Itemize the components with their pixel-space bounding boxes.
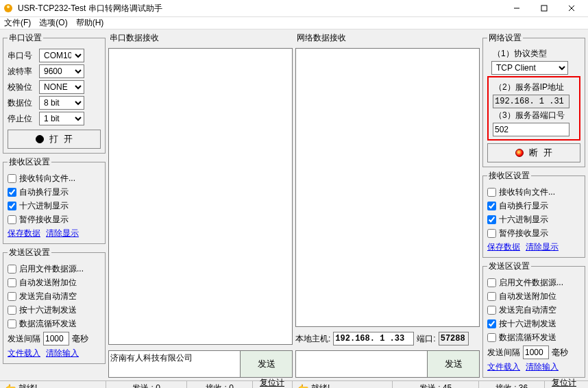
- serial-recv-header: 串口数据接收: [108, 32, 293, 44]
- send-loop-check[interactable]: 数据流循环发送: [8, 318, 101, 330]
- parity-label: 校验位: [8, 82, 36, 93]
- serial-recv-area[interactable]: [108, 48, 293, 345]
- send-hex-check[interactable]: 按十六进制发送: [8, 304, 101, 316]
- serial-send-input[interactable]: 济南有人科技有限公司: [108, 350, 241, 378]
- send-load-link[interactable]: 文件载入: [8, 348, 40, 359]
- databits-label: 数据位: [8, 97, 36, 109]
- stopbits-select[interactable]: 1 bit: [39, 112, 84, 125]
- serial-settings-legend: 串口设置: [8, 32, 43, 44]
- recv-wrap-check[interactable]: 自动换行显示: [8, 186, 101, 198]
- status-recv-l: 接收 : 0: [206, 383, 234, 388]
- status-ready-l: 就绪!: [19, 383, 37, 388]
- send-file-check-r[interactable]: 启用文件数据源...: [487, 277, 580, 289]
- stopbits-label: 停止位: [8, 113, 36, 125]
- minimize-button[interactable]: [503, 0, 530, 16]
- svg-point-1: [7, 5, 10, 8]
- send-interval-input[interactable]: [43, 332, 69, 345]
- recv-pause-check[interactable]: 暂停接收显示: [8, 214, 101, 226]
- send-autoextra-check-r[interactable]: 自动发送附加位: [487, 291, 580, 302]
- titlebar: USR-TCP232-Test 串口转网络调试助手: [0, 0, 588, 17]
- port-select[interactable]: COM10: [39, 49, 84, 62]
- recv-hex-check-r[interactable]: 十六进制显示: [487, 214, 580, 226]
- recv-redirect-check[interactable]: 接收转向文件...: [8, 173, 101, 184]
- recv-hex-check[interactable]: 十六进制显示: [8, 200, 101, 212]
- highlighted-server-settings: （2）服务器IP地址 （3）服务器端口号: [487, 76, 580, 141]
- host-label: 本地主机:: [295, 333, 330, 345]
- baud-select[interactable]: 9600: [39, 64, 84, 78]
- recv-clear-link[interactable]: 清除显示: [46, 228, 79, 239]
- send-file-check[interactable]: 启用文件数据源...: [8, 263, 101, 275]
- server-ip-input[interactable]: [493, 95, 569, 108]
- server-port-label: （3）服务器端口号: [494, 110, 579, 121]
- proto-label: （1）协议类型: [493, 48, 580, 60]
- status-send-r: 发送 : 45: [419, 383, 452, 388]
- status-dot-icon: [36, 135, 44, 143]
- maximize-button[interactable]: [530, 0, 558, 16]
- statusbar: 👉就绪! 发送 : 0 接收 : 0 复位计数 👉就绪! 发送 : 45 接收 …: [0, 380, 588, 388]
- status-ready-r: 就绪!: [311, 383, 330, 388]
- net-settings-group: 网络设置 （1）协议类型 TCP Client （2）服务器IP地址 （3）服务…: [482, 32, 585, 167]
- send-clear-link[interactable]: 清除输入: [46, 348, 79, 359]
- app-icon: [3, 3, 14, 14]
- proto-select[interactable]: TCP Client: [491, 61, 568, 75]
- status-dot-red-icon: [515, 149, 524, 157]
- hand-icon: 👉: [4, 383, 16, 389]
- hand-icon-r: 👉: [297, 383, 308, 389]
- parity-select[interactable]: NONE: [39, 80, 84, 94]
- host-port-input: [439, 332, 469, 345]
- svg-rect-3: [541, 5, 547, 11]
- port-label: 串口号: [8, 50, 36, 62]
- disconnect-button[interactable]: 断开: [487, 143, 580, 162]
- open-button[interactable]: 打开: [8, 130, 101, 149]
- recv-pause-check-r[interactable]: 暂停接收显示: [487, 228, 580, 239]
- menubar: 文件(F) 选项(O) 帮助(H): [0, 17, 588, 29]
- menu-help[interactable]: 帮助(H): [76, 17, 104, 29]
- serial-send-button[interactable]: 发送: [241, 350, 293, 378]
- send-load-link-r[interactable]: 文件载入: [487, 361, 520, 373]
- send-opts-left-group: 发送区设置 启用文件数据源... 自动发送附加位 发送完自动清空 按十六进制发送…: [3, 247, 106, 364]
- recv-opts-left-group: 接收区设置 接收转向文件... 自动换行显示 十六进制显示 暂停接收显示 保存数…: [3, 156, 106, 244]
- send-hex-check-r[interactable]: 按十六进制发送: [487, 318, 580, 330]
- menu-options[interactable]: 选项(O): [39, 17, 67, 29]
- status-send-l: 发送 : 0: [132, 383, 160, 388]
- recv-opts-right-group: 接收区设置 接收转向文件... 自动换行显示 十六进制显示 暂停接收显示 保存数…: [482, 170, 585, 258]
- send-clear-link-r[interactable]: 清除输入: [526, 361, 559, 373]
- menu-file[interactable]: 文件(F): [4, 17, 31, 29]
- net-send-input[interactable]: [295, 350, 428, 378]
- net-recv-area[interactable]: [295, 48, 480, 327]
- server-ip-label: （2）服务器IP地址: [494, 82, 579, 93]
- recv-save-link[interactable]: 保存数据: [8, 228, 40, 239]
- close-button[interactable]: [558, 0, 585, 16]
- send-opts-right-group: 发送区设置 启用文件数据源... 自动发送附加位 发送完自动清空 按十六进制发送…: [482, 260, 585, 378]
- port-label: 端口:: [417, 333, 435, 345]
- net-send-button[interactable]: 发送: [428, 350, 480, 378]
- reset-count-r[interactable]: 复位计数: [549, 377, 584, 389]
- send-loop-check-r[interactable]: 数据流循环发送: [487, 332, 580, 343]
- baud-label: 波特率: [8, 66, 36, 77]
- send-clearafter-check-r[interactable]: 发送完自动清空: [487, 304, 580, 316]
- send-autoextra-check[interactable]: 自动发送附加位: [8, 277, 101, 289]
- recv-clear-link-r[interactable]: 清除显示: [526, 241, 559, 253]
- host-ip-input[interactable]: [333, 332, 414, 345]
- status-recv-r: 接收 : 36: [495, 383, 528, 388]
- server-port-input[interactable]: [493, 123, 569, 136]
- databits-select[interactable]: 8 bit: [39, 96, 84, 110]
- recv-wrap-check-r[interactable]: 自动换行显示: [487, 200, 580, 212]
- send-interval-input-r[interactable]: [523, 345, 549, 359]
- serial-settings-group: 串口设置 串口号COM10 波特率9600 校验位NONE 数据位8 bit 停…: [3, 32, 106, 154]
- send-clearafter-check[interactable]: 发送完自动清空: [8, 291, 101, 302]
- window-title: USR-TCP232-Test 串口转网络调试助手: [18, 3, 503, 14]
- recv-redirect-check-r[interactable]: 接收转向文件...: [487, 186, 580, 198]
- recv-save-link-r[interactable]: 保存数据: [487, 241, 520, 253]
- net-recv-header: 网络数据接收: [295, 32, 480, 44]
- reset-count-l[interactable]: 复位计数: [257, 377, 288, 389]
